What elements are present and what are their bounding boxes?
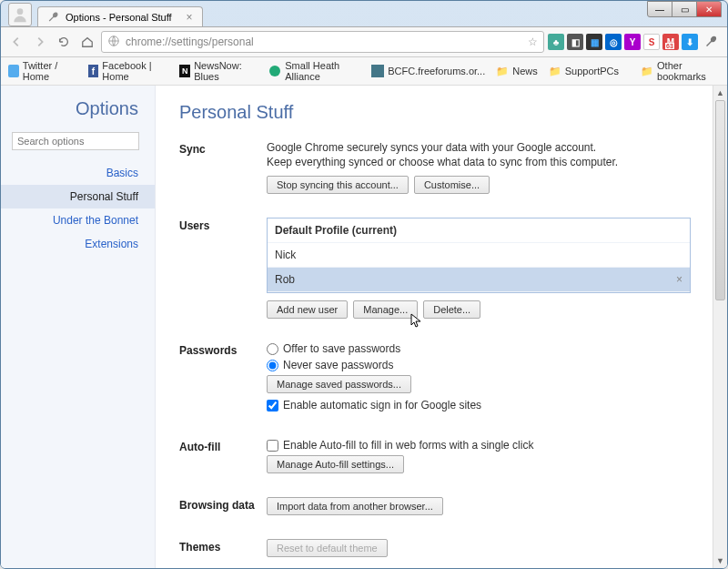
sidebar-title: Options xyxy=(1,98,155,119)
browser-tab[interactable]: Options - Personal Stuff × xyxy=(37,6,203,26)
window-maximize-button[interactable]: ▭ xyxy=(672,1,697,17)
folder-icon: 📁 xyxy=(496,65,509,77)
bookmark-item[interactable]: fFacebook | Home xyxy=(88,60,169,82)
manage-saved-passwords-button[interactable]: Manage saved passwords... xyxy=(267,375,411,393)
svg-point-2 xyxy=(269,66,280,76)
bookmark-item[interactable]: NNewsNow: Blues xyxy=(179,60,258,82)
settings-main: Personal Stuff Sync Google Chrome secure… xyxy=(156,86,713,568)
user-row[interactable]: Default Profile (current) xyxy=(268,218,690,243)
forward-button[interactable] xyxy=(30,32,50,52)
section-label-browsing-data: Browsing data xyxy=(179,497,267,515)
section-label-autofill: Auto-fill xyxy=(179,439,267,473)
vertical-scrollbar[interactable]: ▲ ▼ xyxy=(713,86,727,568)
scroll-track[interactable] xyxy=(713,100,727,554)
extension-icon[interactable]: S xyxy=(643,34,660,50)
section-label-users: Users xyxy=(179,218,267,319)
extension-icon[interactable]: ◧ xyxy=(567,34,583,50)
gmail-icon[interactable]: M63 xyxy=(662,34,679,50)
manage-autofill-button[interactable]: Manage Auto-fill settings... xyxy=(267,455,404,473)
other-bookmarks[interactable]: 📁Other bookmarks xyxy=(641,60,720,82)
bookmark-folder[interactable]: 📁News xyxy=(496,65,538,77)
settings-sidebar: Options Basics Personal Stuff Under the … xyxy=(1,86,156,568)
home-button[interactable] xyxy=(77,32,97,52)
svg-rect-3 xyxy=(371,65,384,77)
delete-user-button[interactable]: Delete... xyxy=(423,300,480,319)
sidebar-item-extensions[interactable]: Extensions xyxy=(1,232,155,256)
section-label-themes: Themes xyxy=(179,539,267,557)
sync-description: Google Chrome securely syncs your data w… xyxy=(267,141,691,154)
users-listbox[interactable]: Default Profile (current) Nick Rob× xyxy=(267,218,691,293)
tab-close-icon[interactable]: × xyxy=(187,11,193,24)
enable-autofill-checkbox[interactable] xyxy=(267,440,278,452)
sync-description: Keep everything synced or choose what da… xyxy=(267,156,691,168)
url-input[interactable] xyxy=(126,36,522,48)
scroll-down-icon[interactable]: ▼ xyxy=(713,554,727,568)
wrench-menu-button[interactable] xyxy=(702,32,722,52)
sidebar-item-basics[interactable]: Basics xyxy=(1,161,155,185)
scroll-up-icon[interactable]: ▲ xyxy=(713,86,727,100)
window-minimize-button[interactable]: — xyxy=(647,1,672,17)
import-data-button[interactable]: Import data from another browser... xyxy=(267,497,443,515)
bookmark-star-icon[interactable]: ☆ xyxy=(528,36,538,48)
extension-icon[interactable]: ▦ xyxy=(586,34,602,50)
remove-user-icon[interactable]: × xyxy=(676,273,682,286)
reload-button[interactable] xyxy=(54,32,74,52)
extension-icon[interactable]: Y xyxy=(624,34,641,50)
globe-icon xyxy=(107,35,120,50)
wrench-icon xyxy=(47,11,60,24)
bookmark-item[interactable]: Twitter / Home xyxy=(8,60,77,82)
user-row[interactable]: Rob× xyxy=(268,268,690,292)
back-button[interactable] xyxy=(6,32,26,52)
search-options-input[interactable] xyxy=(12,132,139,150)
section-label-sync: Sync xyxy=(179,141,267,194)
extension-icon[interactable]: ♣ xyxy=(548,34,564,50)
browser-toolbar: ☆ ♣ ◧ ▦ ◎ Y S M63 ⬇ xyxy=(1,26,727,57)
folder-icon: 📁 xyxy=(549,65,561,77)
window-close-button[interactable]: ✕ xyxy=(696,1,722,17)
svg-point-0 xyxy=(17,8,24,15)
folder-icon: 📁 xyxy=(641,65,653,77)
extension-icon[interactable]: ◎ xyxy=(605,34,622,50)
stop-syncing-button[interactable]: Stop syncing this account... xyxy=(267,176,409,194)
section-label-passwords: Passwords xyxy=(179,342,267,415)
profile-avatar[interactable] xyxy=(8,3,32,26)
bookmark-item[interactable]: Small Heath Alliance xyxy=(268,60,360,82)
sidebar-item-under-the-bonnet[interactable]: Under the Bonnet xyxy=(1,208,155,232)
extension-icons: ♣ ◧ ▦ ◎ Y S M63 ⬇ xyxy=(548,34,698,50)
auto-signin-checkbox[interactable] xyxy=(267,400,278,412)
customise-sync-button[interactable]: Customise... xyxy=(414,176,490,194)
manage-user-button[interactable]: Manage... xyxy=(353,300,418,319)
user-row[interactable]: Nick xyxy=(268,243,690,268)
extension-icon[interactable]: ⬇ xyxy=(682,34,698,50)
address-bar[interactable]: ☆ xyxy=(101,31,544,53)
sidebar-item-personal-stuff[interactable]: Personal Stuff xyxy=(1,185,155,208)
page-title: Personal Stuff xyxy=(179,102,691,123)
bookmarks-bar: Twitter / Home fFacebook | Home NNewsNow… xyxy=(1,57,727,86)
tab-title: Options - Personal Stuff xyxy=(66,12,172,23)
bookmark-folder[interactable]: 📁SupportPCs xyxy=(549,65,619,77)
bookmark-item[interactable]: BCFC.freeforums.or... xyxy=(371,65,485,77)
scroll-thumb[interactable] xyxy=(715,100,725,300)
never-save-passwords-radio[interactable] xyxy=(267,360,278,371)
offer-save-passwords-radio[interactable] xyxy=(267,343,278,355)
reset-theme-button[interactable]: Reset to default theme xyxy=(267,539,388,557)
add-new-user-button[interactable]: Add new user xyxy=(267,300,348,319)
